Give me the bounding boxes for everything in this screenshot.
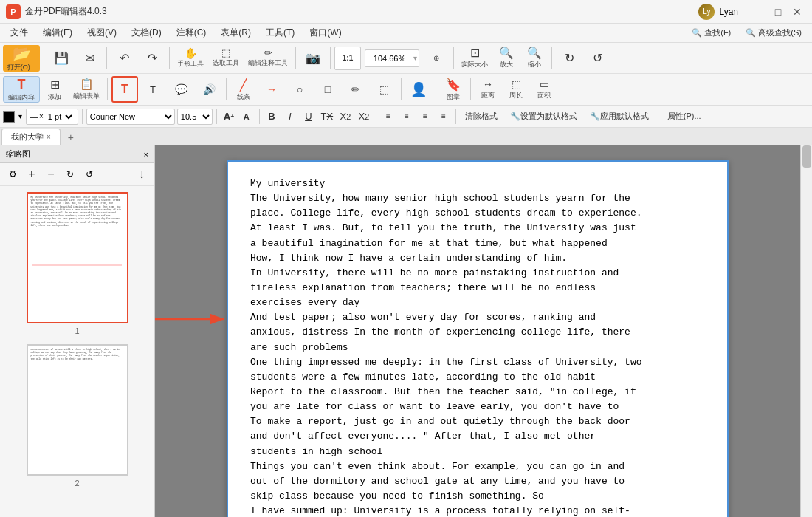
area-button[interactable]: ▭ 面积	[531, 76, 557, 103]
rotate-cw-button[interactable]: ↻	[556, 45, 582, 72]
eraser-button[interactable]: ⬚	[371, 76, 397, 103]
menu-view[interactable]: 视图(V)	[80, 25, 124, 41]
text-t-button[interactable]: T	[111, 76, 138, 103]
distance-button[interactable]: ↔ 距离	[475, 76, 501, 103]
zoom-out-lbl-button[interactable]: 🔍 缩小	[521, 45, 548, 72]
stamp-button[interactable]: 🔖 图章	[440, 76, 467, 103]
shapes-button[interactable]: ○	[286, 76, 313, 103]
stroke-width-select[interactable]: 1 pt 2 pt	[45, 109, 75, 124]
sidebar-expand-button[interactable]: ↓	[134, 166, 150, 182]
underline-button[interactable]: U	[300, 109, 317, 125]
sidebar-zoom-in-button[interactable]: +	[24, 166, 40, 182]
zoom-in-lbl-icon: 🔍	[499, 47, 514, 59]
align-right-button[interactable]: ≡	[417, 109, 433, 125]
tab-myuni[interactable]: 我的大学 ×	[1, 129, 61, 145]
sidebar-zoom-out-button[interactable]: −	[43, 166, 59, 182]
actual-size-button[interactable]: ⊡ 实际大小	[458, 45, 492, 72]
speaker-button[interactable]: 🔊	[196, 76, 222, 103]
thumbnail-1-container: My university The University, how many s…	[27, 192, 128, 335]
perimeter-icon: ⬚	[512, 78, 521, 90]
user-area: Ly Lyan	[698, 4, 738, 20]
pencil-button[interactable]: ✏	[343, 76, 369, 103]
font-color-swatch[interactable]	[3, 111, 15, 123]
menu-document[interactable]: 文档(D)	[124, 25, 169, 41]
add-button[interactable]: ⊞ 添加	[41, 76, 68, 103]
toolbar2: T 编辑内容 ⊞ 添加 📋 编辑表单 T T 💬 🔊 ╱ 线条	[0, 74, 812, 105]
menu-edit[interactable]: 编辑(E)	[35, 25, 80, 41]
italic-button[interactable]: I	[282, 109, 298, 125]
right-scrollbar[interactable]	[800, 145, 812, 517]
menu-advanced-search[interactable]: 🔍 高级查找(S)	[738, 25, 809, 41]
zoom-input[interactable]: 104.66%	[365, 54, 413, 63]
close-button[interactable]: ✕	[788, 4, 806, 19]
align-center-button[interactable]: ≡	[399, 109, 415, 125]
doc-content-text[interactable]: My university The University, how many s…	[250, 177, 705, 517]
font-size-increase-button[interactable]: A+	[221, 109, 237, 125]
thumbnail-1[interactable]: My university The University, how many s…	[27, 192, 128, 323]
set-default-label: 🔧	[510, 112, 520, 121]
menu-form[interactable]: 表单(R)	[213, 25, 258, 41]
sidebar-close-icon[interactable]: ×	[144, 150, 148, 159]
edit-content-button[interactable]: T 编辑内容	[3, 76, 40, 103]
align-justify-button[interactable]: ≡	[436, 109, 452, 125]
save-icon: 💾	[54, 52, 69, 64]
edit-table-button[interactable]: 📋 编辑表单	[69, 76, 103, 103]
sidebar-rotate-ccw-button[interactable]: ↺	[81, 166, 97, 182]
superscript-button[interactable]: X2	[356, 109, 372, 125]
menu-tools[interactable]: 工具(T)	[258, 25, 302, 41]
rect-button[interactable]: □	[314, 76, 341, 103]
person-button[interactable]: 👤	[405, 76, 432, 103]
thumbnail-2[interactable]: consciousness. If we are still a chick i…	[27, 344, 128, 476]
undo-button[interactable]: ↶	[111, 45, 137, 72]
tab-close-icon[interactable]: ×	[47, 133, 51, 141]
scroll-thumb[interactable]	[802, 145, 811, 168]
select-tool-button[interactable]: ⬚ 选取工具	[209, 45, 243, 72]
rotate-ccw-button[interactable]: ↺	[584, 45, 610, 72]
add-tab-button[interactable]: +	[63, 130, 78, 145]
doc-scroll[interactable]: My university The University, how many s…	[155, 145, 800, 517]
align-left-button[interactable]: ≡	[380, 109, 396, 125]
subscript-button[interactable]: X2	[337, 109, 354, 125]
strikethrough-button[interactable]: TX	[319, 109, 335, 125]
text-t2-button[interactable]: T	[140, 76, 166, 103]
zoom-in-button[interactable]: ⊕	[423, 45, 450, 72]
open-button[interactable]: 📂 打开(O)...	[3, 45, 40, 72]
sep7	[551, 47, 552, 69]
callout-button[interactable]: 💬	[168, 76, 194, 103]
annotation-arrow	[155, 308, 235, 330]
maximize-button[interactable]: □	[769, 4, 787, 19]
hand-tool-button[interactable]: ✋ 手形工具	[173, 45, 207, 72]
minimize-button[interactable]: —	[750, 4, 768, 19]
zoom-in-lbl-button[interactable]: 🔍 放大	[493, 45, 520, 72]
stroke-width-control: — × 1 pt 2 pt	[26, 109, 78, 125]
menu-window[interactable]: 窗口(W)	[302, 25, 348, 41]
redo-icon: ↷	[148, 52, 157, 64]
perimeter-button[interactable]: ⬚ 周长	[503, 76, 529, 103]
menu-annotation[interactable]: 注释(C)	[169, 25, 214, 41]
line-icon: ╱	[240, 78, 247, 92]
arrow-draw-button[interactable]: →	[258, 76, 285, 103]
bold-button[interactable]: B	[264, 109, 280, 125]
fit-page-button[interactable]: 1:1	[334, 47, 361, 70]
menu-file[interactable]: 文件	[3, 25, 35, 41]
font-size-decrease-button[interactable]: A-	[239, 109, 255, 125]
clear-format-label: 清除格式	[465, 111, 498, 122]
save-button[interactable]: 💾	[48, 45, 75, 72]
font-family-select[interactable]: Courier New Arial Times New Roman	[86, 109, 175, 125]
screenshot-icon: 📷	[306, 52, 320, 64]
set-default-button[interactable]: 🔧 设置为默认格式	[505, 109, 582, 125]
annot-tool-button[interactable]: ✏ 编辑注释工具	[244, 45, 292, 72]
sep4	[295, 47, 296, 69]
line-button[interactable]: ╱ 线条	[230, 76, 257, 103]
properties-button[interactable]: 属性(P)...	[662, 109, 706, 125]
menu-search[interactable]: 🔍 查找(F)	[684, 25, 738, 41]
redo-button[interactable]: ↷	[139, 45, 165, 72]
screenshot-button[interactable]: 📷	[300, 45, 326, 72]
sidebar-rotate-cw-button[interactable]: ↻	[62, 166, 78, 182]
clear-format-button[interactable]: 清除格式	[460, 109, 503, 125]
sep6	[453, 47, 454, 69]
email-button[interactable]: ✉	[76, 45, 103, 72]
apply-default-button[interactable]: 🔧 应用默认格式	[585, 109, 654, 125]
sidebar-gear-button[interactable]: ⚙	[4, 166, 21, 182]
font-size-select[interactable]: 10.5 12 14	[177, 109, 213, 125]
